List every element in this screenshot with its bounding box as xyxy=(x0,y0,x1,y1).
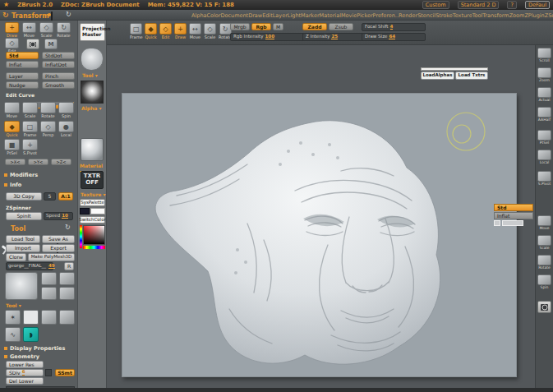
active-tool-name-field[interactable]: george__FINAL__ 49 xyxy=(6,262,53,270)
tray-alpha-label[interactable]: Alpha ▾ xyxy=(81,105,101,111)
help-button[interactable]: ? xyxy=(507,1,516,10)
menu-stroke[interactable]: Stroke xyxy=(435,12,453,19)
main-color-swatch[interactable] xyxy=(80,208,90,214)
axial-button[interactable]: A:1 xyxy=(58,192,73,201)
rail-scroll-button[interactable]: Scroll xyxy=(537,48,551,63)
tool-slot-thumbnail[interactable] xyxy=(59,272,75,285)
del-lower-button[interactable]: Del Lower xyxy=(6,377,44,385)
tray-tool-label[interactable]: Tool ▾ xyxy=(82,72,98,78)
standard-layout-button[interactable]: Standard 2 D xyxy=(458,1,500,10)
tool-wave-thumbnail[interactable]: ∿ xyxy=(5,327,21,342)
scale-tool-button[interactable]: ◇ Scale xyxy=(39,22,53,38)
menu-marker[interactable]: Marker xyxy=(301,12,319,19)
move-mode-button[interactable]: ↔ Move xyxy=(189,23,201,39)
edit-mode-button[interactable]: ◇ Edit xyxy=(159,23,172,39)
make-polymesh-button[interactable]: Make PolyMesh3D xyxy=(28,253,75,261)
brush-pinch-button[interactable]: Pinch xyxy=(42,72,75,80)
menu-preferences[interactable]: Preferen.. xyxy=(373,12,399,19)
sdiv-slider-nub[interactable] xyxy=(45,369,52,376)
tool-square-thumbnail[interactable] xyxy=(23,310,39,325)
tool-palette-title[interactable]: Tool xyxy=(11,225,25,233)
popup-mini-field[interactable] xyxy=(502,220,523,226)
spivot-button[interactable]: + S.Pivot xyxy=(22,139,38,155)
info-section-header[interactable]: Info xyxy=(4,182,21,188)
clone-button[interactable]: Clone xyxy=(6,253,26,261)
brush-inflat-button[interactable]: Inflat xyxy=(6,61,39,68)
rail-zoom-button[interactable]: Zoom xyxy=(537,67,551,83)
rail-scale-button[interactable]: Scale xyxy=(537,235,551,251)
rail-local-button[interactable]: Local xyxy=(537,150,551,165)
menu-light[interactable]: Light xyxy=(288,12,301,19)
copy-3d-button[interactable]: 3D Copy xyxy=(6,192,42,201)
draw-tool-button[interactable]: + Draw xyxy=(5,22,19,38)
brush-std-button[interactable]: Std xyxy=(6,52,39,59)
ssmt-button[interactable]: SSmt xyxy=(55,369,75,376)
popup-inflat-button[interactable]: Inflat xyxy=(494,212,533,219)
tool-slot-thumbnail[interactable] xyxy=(41,287,57,300)
menu-stencil[interactable]: Stencil xyxy=(417,12,435,19)
zadd-button[interactable]: Zadd xyxy=(302,23,327,30)
local-toggle-button[interactable]: ● Local xyxy=(58,121,74,137)
axis-y-button[interactable]: >Y< xyxy=(28,159,48,165)
hue-strip-vertical[interactable] xyxy=(80,225,82,248)
tool-slot-thumbnail[interactable] xyxy=(41,272,57,285)
quick-toggle-button[interactable]: ◆ Quick xyxy=(4,121,20,137)
nav-rotate-button[interactable]: Rotate xyxy=(40,102,56,118)
camera-icon[interactable] xyxy=(26,39,39,49)
geometry-empty-slider[interactable] xyxy=(6,386,75,390)
geometry-header[interactable]: Geometry xyxy=(4,353,39,360)
persp-toggle-button[interactable]: ◇ Persp xyxy=(40,121,56,137)
rail-ptsel-button[interactable]: PtSel xyxy=(537,130,551,145)
copy-value-field[interactable]: 5 xyxy=(44,192,56,201)
popup-mini-field[interactable] xyxy=(494,220,500,226)
move-tool-button[interactable]: ↔ Move xyxy=(22,22,36,38)
display-properties-header[interactable]: Display Properties xyxy=(4,345,65,352)
tool-palette-refresh-icon[interactable]: ↻ xyxy=(65,224,71,231)
frame-toggle-button[interactable]: □ Frame xyxy=(22,121,38,137)
brush-nudge-button[interactable]: Nudge xyxy=(6,81,39,89)
custom-layout-button[interactable]: Custom xyxy=(422,1,449,10)
document-canvas[interactable] xyxy=(122,93,517,377)
rail-spivot-button[interactable]: S.Pivot xyxy=(537,171,551,187)
switchcolor-button[interactable]: SwitchColor xyxy=(80,216,105,224)
tool-slot-thumbnail[interactable] xyxy=(59,287,75,300)
tool-brush-thumbnail[interactable] xyxy=(41,310,57,325)
menu-render[interactable]: Render xyxy=(399,12,417,19)
rail-rotate-button[interactable]: Rotate xyxy=(537,255,551,270)
menu-document[interactable]: Document xyxy=(220,12,248,19)
modifiers-section-header[interactable]: Modifiers xyxy=(4,172,38,178)
frame-mode-button[interactable]: □ Frame xyxy=(130,23,143,39)
spinit-button[interactable]: SpinIt xyxy=(6,212,42,220)
rail-camera-icon[interactable] xyxy=(537,301,551,313)
palette-refresh-icon[interactable]: ↻ xyxy=(66,12,71,18)
axis-z-button[interactable]: >Z< xyxy=(51,159,71,165)
import-button[interactable]: Import xyxy=(6,244,40,252)
tool-star-thumbnail[interactable]: ✶ xyxy=(5,310,21,325)
hue-strip[interactable] xyxy=(83,246,105,249)
menu-zplugin[interactable]: ZPlugin xyxy=(524,12,544,19)
current-material-thumbnail[interactable] xyxy=(81,138,104,161)
ptsel-button[interactable]: ■ PtSel xyxy=(4,139,20,155)
menu-zoom[interactable]: Zoom xyxy=(509,12,525,19)
mrgb-button[interactable]: Mrgb xyxy=(230,23,250,30)
r-button[interactable]: R xyxy=(64,262,74,270)
current-alpha-thumbnail[interactable] xyxy=(81,81,104,104)
color-picker[interactable] xyxy=(83,225,105,245)
menu-movie[interactable]: Movie xyxy=(341,12,357,19)
brush-inflatdot-button[interactable]: InflatDot xyxy=(42,61,75,68)
nav-scale-button[interactable]: Scale xyxy=(22,102,38,118)
menu-zscript[interactable]: ZScript xyxy=(545,12,553,19)
sdiv-slider[interactable]: SDiv 6 xyxy=(6,369,44,376)
default-scheme-button[interactable]: DeFaul xyxy=(525,1,550,10)
draw-size-slider[interactable]: Draw Size 64 xyxy=(362,33,426,41)
load-popup-handle[interactable] xyxy=(421,67,488,71)
menu-picker[interactable]: Picker xyxy=(357,12,372,19)
m-button[interactable]: M xyxy=(273,23,283,30)
rail-aahalf-button[interactable]: AAHalf xyxy=(537,107,551,122)
menu-edit[interactable]: Edit xyxy=(262,12,273,19)
rgb-button[interactable]: Rgb xyxy=(251,23,271,30)
draw-mode-button[interactable]: + Draw xyxy=(174,23,187,39)
current-tool-thumbnail[interactable] xyxy=(81,48,104,71)
rail-actual-button[interactable]: Actual xyxy=(537,87,551,103)
zsub-button[interactable]: Zsub xyxy=(329,23,353,30)
